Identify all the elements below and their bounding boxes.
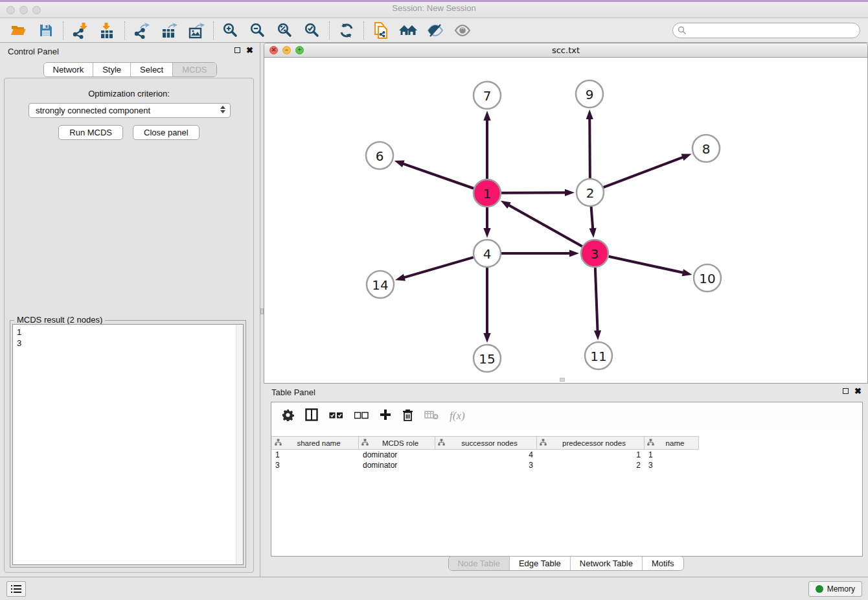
- node-label-8: 8: [702, 141, 711, 157]
- tab-edge-table[interactable]: Edge Table: [510, 557, 571, 570]
- open-session-icon[interactable]: [5, 20, 32, 41]
- edge-1-6[interactable]: [402, 163, 474, 189]
- table-panel-title: Table Panel: [271, 387, 315, 397]
- column-header-MCDS-role[interactable]: MCDS role: [359, 436, 435, 450]
- edge-3-10[interactable]: [608, 257, 684, 273]
- export-table-icon[interactable]: [155, 20, 183, 41]
- node-table: shared nameMCDS rolesuccessor nodesprede…: [271, 436, 862, 470]
- criterion-value: strongly connected component: [36, 106, 150, 115]
- mcds-result-text[interactable]: 1 3: [12, 324, 244, 565]
- network-window-title: scc.txt: [264, 45, 867, 55]
- tab-node-table[interactable]: Node Table: [448, 557, 510, 570]
- mcds-result-title: MCDS result (2 nodes): [14, 315, 105, 325]
- control-panel-tabs: NetworkStyleSelectMCDS: [43, 62, 216, 77]
- add-column-icon[interactable]: [380, 409, 391, 423]
- float-table-panel-icon[interactable]: [843, 388, 849, 394]
- column-header-predecessor-nodes[interactable]: predecessor nodes: [537, 436, 645, 450]
- edge-2-9[interactable]: [589, 117, 590, 178]
- tab-network-table[interactable]: Network Table: [571, 557, 643, 570]
- import-table-icon[interactable]: [94, 20, 121, 41]
- edge-3-11[interactable]: [595, 268, 598, 332]
- tab-motifs[interactable]: Motifs: [643, 557, 683, 570]
- zoom-out-icon[interactable]: [244, 20, 271, 41]
- refresh-view-icon[interactable]: [333, 20, 360, 41]
- zoom-in-icon[interactable]: [217, 20, 244, 41]
- network-window-titlebar[interactable]: ✕ − + scc.txt: [264, 43, 867, 58]
- delete-column-icon[interactable]: [402, 409, 413, 424]
- edge-4-14[interactable]: [403, 257, 474, 278]
- table-cell[interactable]: 3: [435, 460, 537, 470]
- edge-2-3[interactable]: [591, 207, 593, 230]
- edge-arrowhead: [483, 333, 490, 343]
- close-table-panel-icon[interactable]: ✖: [854, 387, 862, 395]
- export-image-icon[interactable]: [183, 20, 210, 41]
- tab-network[interactable]: Network: [43, 63, 93, 76]
- export-network-icon[interactable]: [128, 20, 155, 41]
- home-layouts-icon[interactable]: [394, 20, 422, 41]
- table-cell[interactable]: 3: [271, 460, 359, 470]
- node-label-14: 14: [372, 277, 388, 293]
- table-cell[interactable]: 4: [435, 450, 537, 460]
- duplicate-network-icon[interactable]: [367, 20, 394, 41]
- tab-mcds[interactable]: MCDS: [173, 63, 216, 76]
- table-cell[interactable]: 1: [537, 450, 645, 460]
- table-cell[interactable]: 1: [271, 450, 359, 460]
- column-header-name[interactable]: name: [645, 436, 699, 450]
- node-label-11: 11: [590, 349, 606, 364]
- table-row: 3dominator323: [271, 460, 862, 470]
- close-panel-button[interactable]: Close panel: [133, 125, 200, 140]
- column-tree-icon: [647, 439, 654, 447]
- import-network-icon[interactable]: [67, 20, 94, 41]
- close-panel-icon[interactable]: ✖: [246, 47, 253, 54]
- edge-1-2[interactable]: [501, 192, 567, 193]
- function-builder-icon[interactable]: f(x): [450, 410, 465, 422]
- node-label-15: 15: [479, 351, 495, 367]
- search-input[interactable]: [672, 23, 860, 38]
- edge-2-8[interactable]: [604, 157, 685, 187]
- table-cell[interactable]: 1: [645, 450, 699, 460]
- edge-3-1[interactable]: [507, 205, 582, 247]
- table-row: 1dominator411: [271, 450, 862, 460]
- network-view-window: ✕ − + scc.txt 7968124314101511: [264, 43, 868, 384]
- edge-arrowhead: [483, 228, 490, 238]
- column-tree-icon: [540, 439, 547, 447]
- result-scrollbar[interactable]: [236, 325, 243, 564]
- toolbar-separator: [213, 21, 214, 40]
- birds-eye-view-icon[interactable]: [449, 20, 476, 41]
- zoom-fit-icon[interactable]: [271, 20, 299, 41]
- tab-select[interactable]: Select: [131, 63, 173, 76]
- criterion-select[interactable]: strongly connected component: [29, 103, 231, 118]
- run-mcds-button[interactable]: Run MCDS: [58, 125, 123, 140]
- node-label-10: 10: [699, 271, 715, 286]
- memory-button[interactable]: Memory: [808, 581, 862, 597]
- mcds-panel: Optimization criterion: strongly connect…: [4, 78, 254, 573]
- deselect-all-checkboxes-icon[interactable]: [354, 410, 369, 422]
- delete-table-icon[interactable]: [424, 410, 439, 422]
- canvas-splitter-handle[interactable]: [560, 378, 565, 382]
- table-panel: Table Panel ✖: [264, 384, 868, 577]
- select-stepper-icon: [220, 106, 225, 113]
- memory-status-icon: [816, 585, 823, 593]
- task-history-button[interactable]: [6, 581, 26, 597]
- save-session-icon[interactable]: [32, 20, 60, 41]
- toggle-panel-columns-icon[interactable]: [305, 408, 318, 424]
- column-header-successor-nodes[interactable]: successor nodes: [435, 436, 537, 450]
- node-table-container: f(x) shared nameMCDS rolesuccessor nodes…: [271, 402, 863, 557]
- zoom-selected-icon[interactable]: [299, 20, 326, 41]
- table-toolbar: f(x): [271, 402, 862, 430]
- main-toolbar: [0, 18, 868, 43]
- hide-details-icon[interactable]: [422, 20, 449, 41]
- settings-gear-icon[interactable]: [282, 409, 294, 424]
- tab-style[interactable]: Style: [93, 63, 131, 76]
- network-canvas[interactable]: 7968124314101511: [264, 58, 867, 383]
- node-label-2: 2: [586, 185, 595, 201]
- float-panel-icon[interactable]: [234, 47, 240, 53]
- toolbar-separator: [363, 21, 364, 40]
- table-cell[interactable]: 3: [645, 460, 699, 470]
- search-field-wrap: [672, 23, 860, 38]
- table-cell[interactable]: 2: [537, 460, 645, 470]
- column-header-shared-name[interactable]: shared name: [271, 436, 359, 450]
- table-cell[interactable]: dominator: [359, 450, 435, 460]
- select-all-checkboxes-icon[interactable]: [329, 410, 343, 422]
- table-cell[interactable]: dominator: [359, 460, 435, 470]
